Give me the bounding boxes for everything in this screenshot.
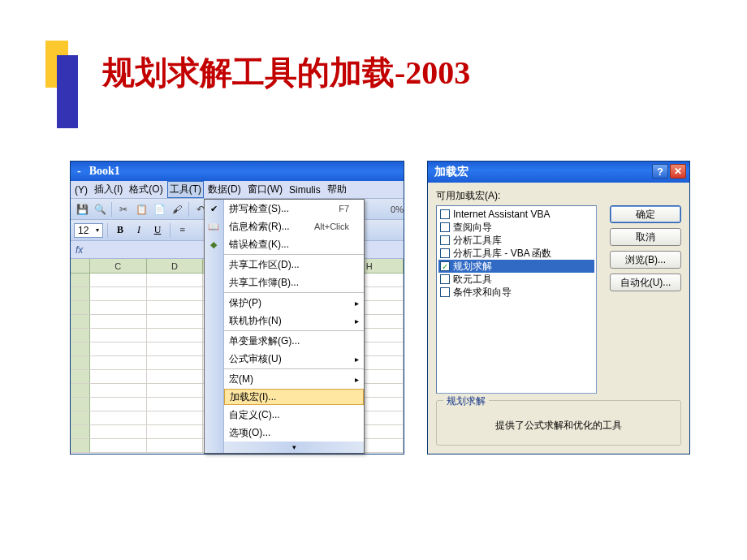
menu-addins-label: 加载宏(I)...	[230, 390, 276, 404]
menu-research-label: 信息检索(R)...	[229, 220, 290, 234]
menu-addins[interactable]: 加载宏(I)...	[224, 389, 364, 405]
copy-icon[interactable]: 📋	[133, 201, 149, 218]
cut-icon[interactable]: ✂	[115, 201, 132, 218]
bold-button[interactable]: B	[112, 222, 128, 239]
fontsize-value: 12	[78, 225, 89, 236]
checkbox[interactable]	[440, 222, 450, 232]
addin-item-analysis-toolpak-vba[interactable]: 分析工具库 - VBA 函数	[438, 247, 594, 260]
menu-macro[interactable]: 宏(M) ▸	[224, 370, 364, 388]
menu-sep	[224, 330, 364, 331]
book-icon: 📖	[206, 222, 221, 232]
menu-protect-label: 保护(P)	[229, 296, 261, 310]
description-text: 提供了公式求解和优化的工具	[443, 419, 674, 433]
menu-errorcheck[interactable]: ◆ 错误检查(K)...	[224, 235, 364, 253]
submenu-arrow-icon: ▸	[355, 299, 359, 308]
close-button[interactable]: ✕	[670, 164, 686, 179]
fontsize-box[interactable]: 12 ▾	[74, 223, 103, 238]
menu-formula-audit[interactable]: 公式审核(U) ▸	[224, 350, 364, 368]
excel-titlebar: - Book1	[71, 162, 404, 181]
addin-item-solver[interactable]: ✓ 规划求解	[438, 260, 594, 273]
tools-dropdown: ✔ 拼写检查(S)... F7 📖 信息检索(R)... Alt+Click ◆…	[204, 199, 365, 454]
menu-goal-seek-label: 单变量求解(G)...	[229, 334, 300, 348]
addin-label: Internet Assistant VBA	[453, 209, 550, 220]
cancel-button[interactable]: 取消	[610, 228, 681, 246]
content-area: - Book1 (Y) 插入(I) 格式(O) 工具(T) 数据(D) 窗口(W…	[70, 161, 690, 454]
menu-macro-label: 宏(M)	[229, 373, 253, 386]
menu-simulis[interactable]: Simulis	[287, 183, 323, 197]
menu-sep	[224, 254, 364, 255]
checkbox-checked[interactable]: ✓	[440, 261, 450, 271]
dialog-title: 加载宏	[434, 165, 468, 179]
browse-button[interactable]: 浏览(B)...	[610, 251, 681, 269]
dialog-buttons: 确定 取消 浏览(B)... 自动化(U)...	[610, 205, 681, 291]
menu-research[interactable]: 📖 信息检索(R)... Alt+Click	[224, 218, 364, 235]
menu-expand[interactable]: ▾	[224, 442, 364, 453]
preview-icon[interactable]: 🔍	[92, 201, 108, 218]
menu-formula-audit-label: 公式审核(U)	[229, 352, 282, 366]
addin-item-internet-assistant[interactable]: Internet Assistant VBA	[438, 208, 594, 221]
addin-item-lookup-wizard[interactable]: 查阅向导	[438, 221, 594, 234]
menu-format[interactable]: 格式(O)	[127, 181, 165, 198]
menu-help[interactable]: 帮助	[325, 181, 349, 198]
menu-online-collab-label: 联机协作(N)	[229, 314, 282, 328]
menu-sep	[224, 368, 364, 369]
addin-item-conditional-sum[interactable]: 条件求和向导	[438, 286, 594, 299]
checkbox[interactable]	[440, 274, 450, 284]
menu-y[interactable]: (Y)	[72, 183, 90, 197]
ok-button[interactable]: 确定	[610, 205, 681, 223]
chevron-down-icon: ▾	[96, 226, 99, 234]
titlebar-dash: -	[77, 165, 81, 178]
toolbar-sep	[111, 202, 112, 217]
menu-data[interactable]: 数据(D)	[205, 181, 244, 198]
addins-listbox[interactable]: Internet Assistant VBA 查阅向导 分析工具库 分析工具库 …	[436, 205, 597, 394]
available-addins-label: 可用加载宏(A):	[436, 189, 681, 203]
description-caption: 规划求解	[443, 394, 489, 408]
menu-tools[interactable]: 工具(T)	[167, 181, 204, 198]
menu-protect[interactable]: 保护(P) ▸	[224, 294, 364, 312]
titlebar-book: Book1	[89, 165, 120, 178]
underline-button[interactable]: U	[149, 222, 166, 239]
menu-shared-workspace[interactable]: 共享工作区(D)...	[224, 256, 364, 274]
submenu-arrow-icon: ▸	[355, 317, 359, 325]
description-box: 规划求解 提供了公式求解和优化的工具	[436, 400, 681, 446]
menu-sep	[224, 292, 364, 293]
zoom-percent[interactable]: 0%	[391, 201, 404, 218]
menu-research-shortcut: Alt+Click	[314, 222, 349, 231]
addin-item-euro-tools[interactable]: 欧元工具	[438, 273, 594, 286]
automation-button[interactable]: 自动化(U)...	[610, 274, 681, 291]
col-header-d[interactable]: D	[147, 259, 204, 273]
menu-shared-workbook-label: 共享工作簿(B)...	[229, 276, 299, 290]
checkbox[interactable]	[440, 248, 450, 258]
checkbox[interactable]	[440, 235, 450, 245]
addin-label: 条件求和向导	[453, 286, 512, 299]
save-icon[interactable]: 💾	[74, 201, 90, 218]
dialog-titlebar: 加载宏 ? ✕	[428, 162, 689, 183]
menu-online-collab[interactable]: 联机协作(N) ▸	[224, 312, 364, 330]
menu-shared-workbook[interactable]: 共享工作簿(B)...	[224, 274, 364, 291]
fx-label: fx	[76, 244, 83, 256]
addin-label: 规划求解	[453, 260, 492, 274]
excel-window: - Book1 (Y) 插入(I) 格式(O) 工具(T) 数据(D) 窗口(W…	[70, 161, 404, 454]
italic-button[interactable]: I	[131, 222, 147, 239]
checkbox[interactable]	[440, 287, 450, 297]
col-header-c[interactable]: C	[90, 259, 147, 273]
paste-icon[interactable]: 📄	[151, 201, 167, 218]
menu-window[interactable]: 窗口(W)	[245, 181, 285, 198]
addin-item-analysis-toolpak[interactable]: 分析工具库	[438, 234, 594, 247]
menu-options[interactable]: 选项(O)...	[224, 424, 364, 442]
menu-shared-workspace-label: 共享工作区(D)...	[229, 258, 300, 272]
help-button[interactable]: ?	[652, 164, 668, 179]
addin-label: 分析工具库 - VBA 函数	[453, 247, 551, 261]
menu-goal-seek[interactable]: 单变量求解(G)...	[224, 332, 364, 350]
checkbox[interactable]	[440, 209, 450, 219]
toolbar-sep	[107, 223, 108, 238]
menu-spellcheck[interactable]: ✔ 拼写检查(S)... F7	[224, 200, 364, 218]
submenu-arrow-icon: ▸	[355, 355, 359, 364]
align-left-icon[interactable]: ≡	[175, 222, 191, 239]
menu-customize[interactable]: 自定义(C)...	[224, 406, 364, 424]
col-header-corner[interactable]	[71, 259, 90, 273]
menu-insert[interactable]: 插入(I)	[92, 181, 125, 198]
addin-label: 分析工具库	[453, 234, 502, 248]
fmt-painter-icon[interactable]: 🖌	[169, 201, 185, 218]
diamond-icon: ◆	[206, 239, 221, 250]
